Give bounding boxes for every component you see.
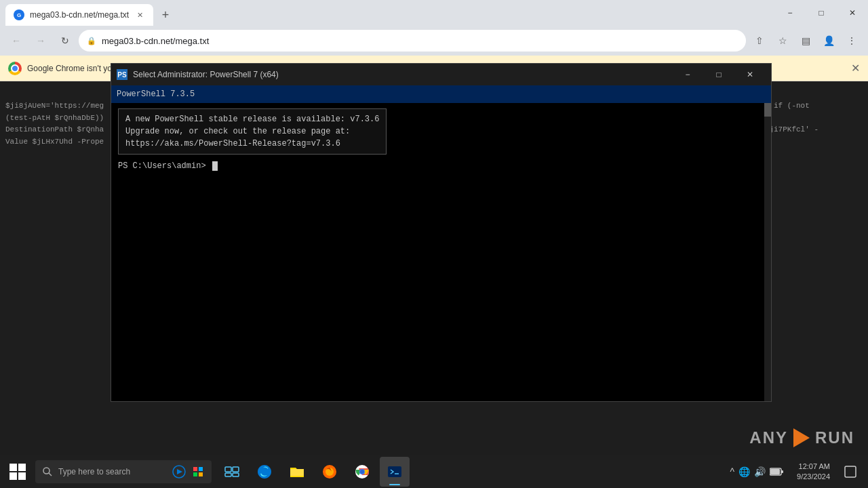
ps-title: Select Administrator: PowerShell 7 (x64) [133,70,279,79]
svg-rect-21 [781,470,783,473]
taskbar-tray-icons: ^ 🌐 🔊 [724,466,789,477]
taskbar-date-display: 9/23/2024 [797,472,830,482]
ps-header-bar: PowerShell 7.3.5 [111,85,771,103]
svg-rect-11 [233,473,239,476]
bg-code-line-2: (test-pAtH $rQnhaDbE)) [5,113,104,125]
terminal-icon [387,464,403,480]
menu-button[interactable]: ⋮ [841,30,863,52]
svg-line-1 [49,473,52,476]
svg-rect-4 [193,467,197,471]
new-tab-button[interactable]: + [156,5,175,24]
tab-bar: G mega03.b-cdn.net/mega.txt ✕ + − □ ✕ [0,0,868,26]
ps-scrollbar[interactable] [764,103,771,401]
ps-upgrade-notice: A new PowerShell stable release is avail… [118,108,387,155]
reload-button[interactable]: ↻ [54,30,76,52]
ps-maximize-button[interactable]: □ [703,64,734,85]
svg-rect-6 [193,472,197,476]
ps-close-button[interactable]: ✕ [734,64,766,85]
tray-chevron[interactable]: ^ [730,466,734,477]
bookmark-button[interactable]: ☆ [772,30,793,52]
tab-favicon: G [14,9,24,20]
notification-button[interactable] [838,460,863,484]
taskbar-edge[interactable] [250,457,279,487]
taskbar: Type here to search [0,455,868,488]
address-bar[interactable]: 🔒 mega03.b-cdn.net/mega.txt [79,30,746,52]
browser-close-button[interactable]: ✕ [837,0,868,26]
firefox-icon [321,464,338,480]
address-bar-row: ← → ↻ 🔒 mega03.b-cdn.net/mega.txt ⇧ ☆ ▤ … [0,26,868,56]
bg-code-line-1: $ji8jAUeN='https://meg [5,100,104,113]
cortana-icon [172,465,186,479]
svg-rect-17 [388,466,401,477]
svg-rect-9 [233,467,239,472]
chrome-logo-icon [8,62,22,75]
anyrun-play-icon [793,428,810,447]
profile-button[interactable]: 👤 [818,30,840,52]
browser-action-buttons: ⇧ ☆ ▤ 👤 ⋮ [749,30,863,52]
lock-icon: 🔒 [87,37,96,45]
svg-rect-22 [845,466,856,477]
ps-prompt-line: PS C:\Users\admin> [118,160,764,172]
share-button[interactable]: ⇧ [749,30,770,52]
taskbar-file-explorer[interactable] [282,457,312,487]
ps-icon: PS [117,69,127,80]
tray-network-icon[interactable]: 🌐 [738,466,750,477]
svg-rect-8 [225,467,231,472]
taskbar-time-display: 12:07 AM [797,462,830,472]
svg-marker-3 [177,469,182,474]
ps-upgrade-line3: https://aka.ms/PowerShell-Release?tag=v7… [125,138,379,150]
address-url: mega03.b-cdn.net/mega.txt [102,36,209,46]
taskbar-clock[interactable]: 12:07 AM 9/23/2024 [791,462,835,483]
taskbar-search[interactable]: Type here to search [35,460,212,483]
back-button[interactable]: ← [5,30,27,52]
forward-button[interactable]: → [30,30,52,52]
tab-title: mega03.b-cdn.net/mega.txt [30,10,129,20]
powershell-window[interactable]: PS Select Administrator: PowerShell 7 (x… [111,63,772,402]
windows-logo-icon [9,464,26,480]
tab-close-button[interactable]: ✕ [134,9,145,20]
chrome-banner-close[interactable]: ✕ [851,62,860,75]
anyrun-text: ANY [749,428,788,447]
tray-battery-icon[interactable] [770,467,783,476]
start-button[interactable] [0,455,35,488]
svg-point-0 [43,468,50,474]
taskbar-chrome[interactable] [347,457,377,487]
ps-version: PowerShell 7.3.5 [117,89,195,99]
browser-window-controls: − □ ✕ [774,0,868,26]
taskbar-firefox[interactable] [315,457,344,487]
taskbar-apps [217,457,410,487]
ps-content-area[interactable]: A new PowerShell stable release is avail… [111,103,771,394]
ps-window-controls: − □ ✕ [672,64,766,85]
browser-maximize-button[interactable]: □ [806,0,837,26]
ps-scrollbar-thumb[interactable] [764,103,771,117]
anyrun-watermark: ANY RUN [749,428,854,447]
bg-code-line-4: Value $jLHx7Uhd -Prope [5,136,104,148]
ps-titlebar: PS Select Administrator: PowerShell 7 (x… [111,64,771,85]
taskbar-search-text: Type here to search [58,467,130,476]
taskbar-search-extra-icon [191,465,205,479]
svg-rect-10 [225,473,231,476]
svg-rect-20 [770,469,780,474]
ps-minimize-button[interactable]: − [672,64,703,85]
anyrun-suffix: RUN [815,428,854,447]
edge-icon [256,464,273,480]
ps-upgrade-line2: Upgrade now, or check out the release pa… [125,125,379,138]
ps-upgrade-line1: A new PowerShell stable release is avail… [125,113,379,125]
active-tab[interactable]: G mega03.b-cdn.net/mega.txt ✕ [5,4,153,26]
file-explorer-icon [289,464,305,480]
ps-cursor [212,161,218,171]
task-view-icon [224,464,239,479]
svg-rect-7 [199,472,203,476]
sidebar-button[interactable]: ▤ [795,30,816,52]
browser-minimize-button[interactable]: − [774,0,806,26]
ps-prompt-text: PS C:\Users\admin> [118,161,211,171]
tray-volume-icon[interactable]: 🔊 [754,466,766,477]
notification-icon [844,466,856,478]
background-code-left: $ji8jAUeN='https://meg (test-pAtH $rQnha… [0,95,109,153]
svg-point-16 [360,470,364,474]
chrome-icon [354,464,370,480]
bg-code-line-3: DestinationPath $rQnha [5,124,104,136]
taskbar-right: ^ 🌐 🔊 12:07 AM 9/23/2024 [724,460,868,484]
taskbar-terminal[interactable] [380,457,410,487]
taskbar-task-view[interactable] [217,457,247,487]
